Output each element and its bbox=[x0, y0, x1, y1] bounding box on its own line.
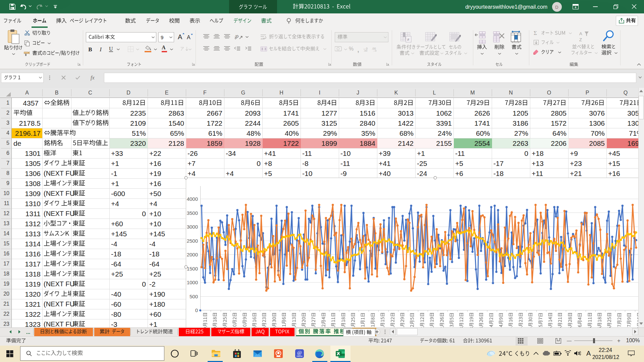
svg-text:A: A bbox=[579, 31, 582, 36]
svg-text:≠: ≠ bbox=[407, 37, 410, 42]
svg-text:ab: ab bbox=[235, 34, 240, 40]
svg-text:Σ: Σ bbox=[534, 30, 537, 36]
svg-text:Z: Z bbox=[579, 37, 582, 42]
svg-text:menu: menu bbox=[297, 355, 303, 357]
svg-text:A: A bbox=[178, 33, 182, 41]
svg-text:ab: ab bbox=[261, 37, 264, 40]
svg-text:→0: →0 bbox=[372, 49, 377, 52]
svg-text:.00: .00 bbox=[364, 49, 368, 52]
svg-text:A: A bbox=[187, 35, 191, 40]
svg-text:U: U bbox=[109, 46, 113, 52]
svg-text:A: A bbox=[162, 45, 166, 50]
svg-text:@: @ bbox=[297, 350, 302, 355]
